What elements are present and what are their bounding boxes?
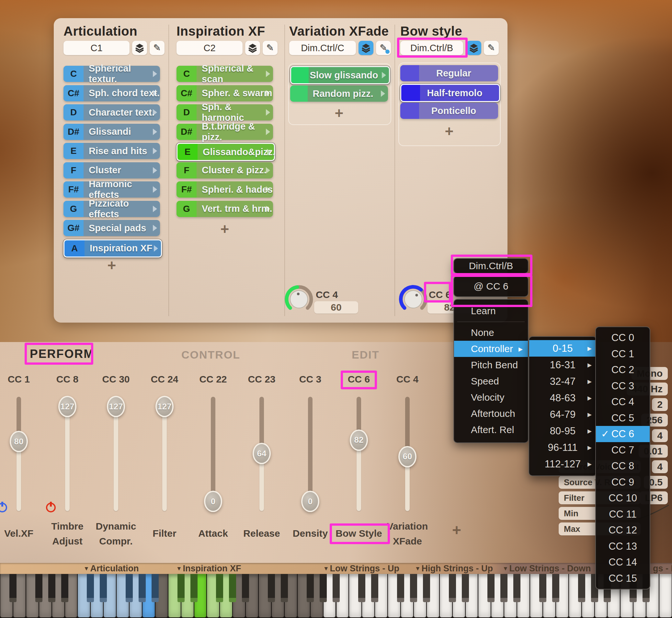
black-key[interactable] — [333, 574, 340, 602]
menu-item-speed[interactable]: Speed — [454, 373, 528, 389]
black-key[interactable] — [513, 574, 521, 602]
submenu-arrow-icon: ▸ — [587, 423, 592, 439]
cc-item-cc-6[interactable]: CC 6✓ — [596, 426, 650, 442]
black-key[interactable] — [35, 574, 42, 602]
black-key[interactable] — [87, 574, 94, 602]
black-key[interactable] — [462, 574, 469, 602]
menu-item-none[interactable]: None — [454, 324, 528, 341]
black-key[interactable] — [307, 574, 314, 602]
black-key[interactable] — [139, 574, 146, 602]
cc-item-cc-13[interactable]: CC 13 — [596, 538, 650, 554]
cc-item-cc-5[interactable]: CC 5 — [596, 410, 650, 426]
cc-source-menu: Learn NoneController▸Pitch BendSpeedVelo… — [453, 299, 529, 443]
cc-item-cc-10[interactable]: CC 10 — [596, 490, 650, 506]
cc-item-cc-9[interactable]: CC 9 — [596, 474, 650, 490]
range-label-articulation[interactable]: ▾Articulation — [85, 563, 139, 574]
menu-item-aftert-rel[interactable]: Aftert. Rel — [454, 422, 528, 438]
range-label-low-strings-up[interactable]: ▾Low Strings - Up — [325, 563, 399, 574]
cc-item-cc-7[interactable]: CC 7 — [596, 442, 650, 458]
black-key[interactable] — [552, 574, 559, 602]
highlight-box-menu-assignment — [451, 275, 533, 307]
black-key[interactable] — [397, 574, 404, 602]
black-key[interactable] — [126, 574, 133, 602]
range-item-64-79[interactable]: 64-79▸ — [529, 406, 596, 423]
black-key[interactable] — [410, 574, 417, 602]
cc-item-cc-15[interactable]: CC 15 — [596, 571, 650, 587]
highlight-box-bow-keyswitch — [397, 37, 468, 58]
range-label-inspiration-xf[interactable]: ▾Inspiration XF — [178, 563, 241, 574]
black-key[interactable] — [9, 574, 16, 602]
triangle-down-icon: ▾ — [325, 565, 328, 572]
triangle-down-icon: ▾ — [416, 565, 419, 572]
submenu-arrow-icon: ▸ — [587, 356, 592, 373]
submenu-arrow-icon: ▸ — [587, 456, 592, 472]
black-key[interactable] — [449, 574, 456, 602]
black-key[interactable] — [151, 574, 159, 602]
cc-number-submenu: CC 0CC 1CC 2CC 3CC 4CC 5CC 6✓CC 7CC 8CC … — [595, 326, 650, 590]
black-key[interactable] — [61, 574, 68, 602]
black-key[interactable] — [358, 574, 365, 602]
black-key[interactable] — [229, 574, 236, 602]
range-item-0-15[interactable]: 0-15▸ — [529, 340, 596, 356]
submenu-arrow-icon: ▸ — [587, 340, 592, 356]
highlight-box-bow-style-label — [330, 523, 390, 544]
range-item-96-111[interactable]: 96-111▸ — [529, 439, 596, 456]
triangle-down-icon: ▾ — [504, 565, 507, 572]
keyswitch-panel — [54, 18, 508, 323]
cc-item-cc-3[interactable]: CC 3 — [596, 378, 650, 394]
black-key[interactable] — [320, 574, 327, 602]
range-label-high-strings-up[interactable]: ▾High Strings - Up — [416, 563, 493, 574]
black-key[interactable] — [423, 574, 430, 602]
cc-item-cc-12[interactable]: CC 12 — [596, 522, 650, 538]
black-key[interactable] — [487, 574, 494, 602]
black-key[interactable] — [191, 574, 198, 602]
tab-control[interactable]: CONTROL — [181, 348, 240, 361]
menu-item-pitch-bend[interactable]: Pitch Bend — [454, 357, 528, 373]
submenu-arrow-icon: ▸ — [519, 341, 523, 357]
black-key[interactable] — [500, 574, 508, 602]
black-key[interactable] — [48, 574, 55, 602]
cc-range-submenu: 0-15▸16-31▸32-47▸48-63▸64-79▸80-95▸96-11… — [529, 336, 597, 476]
range-item-16-31[interactable]: 16-31▸ — [529, 356, 596, 373]
range-item-32-47[interactable]: 32-47▸ — [529, 373, 596, 390]
cc-item-cc-0[interactable]: CC 0 — [596, 330, 650, 346]
black-key[interactable] — [100, 574, 107, 602]
cc-item-cc-11[interactable]: CC 11 — [596, 506, 650, 522]
tab-edit[interactable]: EDIT — [352, 348, 379, 361]
black-key[interactable] — [539, 574, 546, 602]
black-key[interactable] — [178, 574, 185, 602]
range-label-gs-do[interactable]: gs - Do — [653, 563, 672, 574]
highlight-box-perform-tab — [25, 343, 93, 365]
highlight-box-menu-header — [451, 254, 533, 275]
menu-item-aftertouch[interactable]: Aftertouch — [454, 406, 528, 422]
range-item-112-127[interactable]: 112-127▸ — [529, 456, 596, 472]
black-key[interactable] — [371, 574, 378, 602]
white-key[interactable] — [659, 574, 672, 617]
cc-item-cc-14[interactable]: CC 14 — [596, 554, 650, 571]
highlight-box-slider-cc6-label — [341, 371, 377, 389]
range-item-48-63[interactable]: 48-63▸ — [529, 390, 596, 406]
cc-item-cc-8[interactable]: CC 8 — [596, 458, 650, 474]
keyboard-range-strip: ▾Articulation▾Inspiration XF▾Low Strings… — [0, 563, 672, 574]
range-item-80-95[interactable]: 80-95▸ — [529, 423, 596, 439]
cc-item-cc-1[interactable]: CC 1 — [596, 346, 650, 362]
triangle-down-icon: ▾ — [178, 565, 181, 572]
check-icon: ✓ — [601, 426, 609, 442]
submenu-arrow-icon: ▸ — [587, 373, 592, 390]
black-key[interactable] — [216, 574, 223, 602]
menu-item-controller[interactable]: Controller▸ — [454, 341, 528, 357]
cc-item-cc-2[interactable]: CC 2 — [596, 362, 650, 378]
submenu-arrow-icon: ▸ — [587, 439, 592, 456]
menu-item-velocity[interactable]: Velocity — [454, 389, 528, 406]
cc-item-cc-4[interactable]: CC 4 — [596, 394, 650, 410]
piano-keyboard — [0, 574, 672, 618]
range-label-low-strings-down[interactable]: ▾Low Strings - Down — [504, 563, 591, 574]
black-key[interactable] — [268, 574, 275, 602]
black-key[interactable] — [281, 574, 288, 602]
menu-separator — [457, 322, 525, 322]
submenu-arrow-icon: ▸ — [587, 390, 592, 406]
black-key[interactable] — [578, 574, 585, 602]
triangle-down-icon: ▾ — [85, 565, 88, 572]
submenu-arrow-icon: ▸ — [587, 406, 592, 423]
black-key[interactable] — [242, 574, 249, 602]
